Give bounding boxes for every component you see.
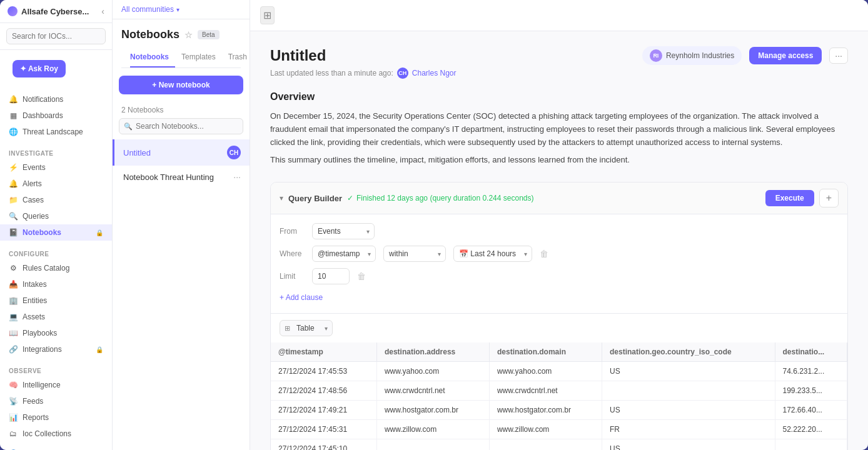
sidebar-item-feeds[interactable]: 📡 Feeds	[0, 393, 112, 409]
notebook-item-dots-icon: ···	[233, 172, 241, 182]
notebook-list: Untitled CH Notebook Threat Hunting ···	[113, 139, 250, 450]
sidebar-item-label: Notebooks	[23, 228, 61, 237]
sidebar-item-assets[interactable]: 💻 Assets	[0, 309, 112, 325]
query-header-left: ▾ Query Builder ✓ Finished 12 days ago (…	[280, 194, 533, 203]
query-header-right: Execute +	[765, 189, 839, 208]
tab-trash[interactable]: Trash	[228, 48, 253, 68]
table-row: 27/12/2024 17:48:56 www.crwdcntrl.net ww…	[271, 381, 847, 401]
where-time-select[interactable]: 📅 Last 24 hours	[453, 246, 532, 262]
integrations-icon: 🔗	[9, 345, 18, 354]
ask-roy-button[interactable]: ✦ Ask Roy	[13, 60, 66, 78]
bell-icon: 🔔	[9, 95, 18, 104]
events-icon: ⚡	[9, 163, 18, 172]
sidebar-item-notebooks[interactable]: 📓 Notebooks 🔒	[0, 224, 112, 241]
notebook-top-row: Untitled RI Reynholm Industries Manage a…	[270, 46, 848, 65]
entities-icon: 🏢	[9, 296, 18, 305]
sidebar-item-label: Cases	[23, 196, 44, 204]
sidebar-item-charles-ngor[interactable]: 👤 Charles Ngor	[0, 446, 112, 450]
sidebar-section-main: 🔔 Notifications ▦ Dashboards 🌐 Threat La…	[0, 88, 112, 144]
results-table: @timestamp destination.address destinati…	[271, 342, 847, 450]
dashboards-icon: ▦	[9, 111, 18, 120]
configure-section-label: Configure	[0, 248, 112, 260]
sidebar-section-observe: Observe 🧠 Intelligence 📡 Feeds 📊 Reports…	[0, 361, 112, 446]
notebook-title: Untitled	[270, 47, 326, 64]
beta-badge: Beta	[198, 30, 220, 39]
sidebar-item-intakes[interactable]: 📥 Intakes	[0, 276, 112, 292]
overview-title: Overview	[270, 91, 848, 102]
sidebar-item-label: Notifications	[23, 95, 63, 104]
sidebar-item-label: Alerts	[23, 179, 42, 188]
sidebar-item-events[interactable]: ⚡ Events	[0, 159, 112, 176]
results-table-container: @timestamp destination.address destinati…	[271, 342, 847, 450]
meta-text: Last updated less than a minute ago:	[270, 69, 393, 78]
notebooks-count: 2 Notebooks	[113, 102, 250, 118]
limit-delete-button[interactable]: 🗑	[357, 271, 366, 281]
sidebar-item-queries[interactable]: 🔍 Queries	[0, 208, 112, 224]
sidebar-collapse-btn[interactable]: ‹	[101, 6, 104, 16]
new-notebook-button[interactable]: + New notebook	[119, 76, 243, 94]
sidebar-item-intelligence[interactable]: 🧠 Intelligence	[0, 377, 112, 393]
col-timestamp: @timestamp	[271, 342, 376, 362]
notebooks-search-input[interactable]	[119, 118, 243, 134]
assets-icon: 💻	[9, 312, 18, 321]
notebook-meta: Last updated less than a minute ago: CH …	[270, 68, 848, 79]
queries-icon: 🔍	[9, 212, 18, 221]
notebooks-tabs: Notebooks Templates Trash	[121, 48, 241, 68]
sidebar-item-label: Intakes	[23, 280, 47, 289]
sidebar-item-dashboards[interactable]: ▦ Dashboards	[0, 108, 112, 124]
add-block-button[interactable]: +	[819, 189, 839, 208]
tab-templates[interactable]: Templates	[181, 48, 222, 68]
community-name: All communities	[121, 5, 174, 14]
table-icon: ⊞	[285, 324, 290, 332]
playbooks-icon: 📖	[9, 329, 18, 338]
sidebar-item-label: Threat Landscape	[23, 128, 83, 136]
manage-access-button[interactable]: Manage access	[749, 47, 822, 64]
sidebar-item-threat-landscape[interactable]: 🌐 Threat Landscape	[0, 124, 112, 140]
star-icon[interactable]: ☆	[184, 30, 193, 40]
cell-destination-domain: www.hostgator.com.br	[489, 401, 602, 420]
table-row: 27/12/2024 17:45:10 US	[271, 439, 847, 450]
notebook-top-right: RI Reynholm Industries Manage access ···	[642, 46, 848, 65]
cell-destination-geo: US	[602, 439, 775, 450]
sidebar-item-integrations[interactable]: 🔗 Integrations 🔒	[0, 341, 112, 358]
cell-destination-domain	[489, 439, 602, 450]
query-collapse-icon[interactable]: ▾	[280, 194, 283, 202]
where-time-wrap: 📅 Last 24 hours	[453, 246, 532, 262]
where-field-select[interactable]: @timestamp	[312, 246, 376, 262]
sidebar-item-label: Integrations	[23, 345, 62, 354]
table-selector: ⊞ Table ▾	[271, 313, 847, 342]
sidebar-item-notifications[interactable]: 🔔 Notifications	[0, 91, 112, 108]
sidebar-item-ioc-collections[interactable]: 🗂 Ioc Collections	[0, 426, 112, 442]
reports-icon: 📊	[9, 413, 18, 422]
sidebar-item-reports[interactable]: 📊 Reports	[0, 409, 112, 426]
sidebar-item-alerts[interactable]: 🔔 Alerts	[0, 176, 112, 192]
community-bar[interactable]: All communities ▾	[113, 0, 250, 19]
grid-view-button[interactable]: ⊞	[260, 6, 275, 24]
sidebar-item-entities[interactable]: 🏢 Entities	[0, 292, 112, 309]
sidebar-item-cases[interactable]: 📁 Cases	[0, 192, 112, 208]
sidebar-item-label: Reports	[23, 413, 49, 422]
where-delete-button[interactable]: 🗑	[540, 249, 548, 259]
notebook-item-untitled[interactable]: Untitled CH	[113, 139, 250, 166]
add-clause-button[interactable]: + Add clause	[280, 291, 323, 304]
from-select[interactable]: Events	[312, 223, 375, 239]
query-block: ▾ Query Builder ✓ Finished 12 days ago (…	[270, 182, 848, 450]
search-input[interactable]	[6, 28, 106, 44]
limit-input[interactable]	[312, 268, 350, 284]
notebook-item-threat-hunting[interactable]: Notebook Threat Hunting ···	[113, 166, 250, 188]
sidebar-item-rules-catalog[interactable]: ⚙ Rules Catalog	[0, 260, 112, 276]
where-label: Where	[280, 249, 305, 258]
tab-notebooks[interactable]: Notebooks	[130, 48, 175, 68]
cell-destination-domain: www.yahoo.com	[489, 362, 602, 381]
execute-button[interactable]: Execute	[765, 190, 814, 206]
cell-timestamp: 27/12/2024 17:45:10	[271, 439, 376, 450]
sidebar-item-playbooks[interactable]: 📖 Playbooks	[0, 325, 112, 341]
sidebar-item-label: Playbooks	[23, 329, 57, 338]
where-operator-select[interactable]: within	[383, 246, 446, 262]
more-options-button[interactable]: ···	[829, 48, 848, 64]
sidebar-item-label: Dashboards	[23, 111, 63, 120]
cell-destination-geo: US	[602, 401, 775, 420]
col-destination-address: destination.address	[376, 342, 489, 362]
notebook-item-name: Untitled	[123, 148, 151, 158]
sidebar-item-label: Feeds	[23, 397, 43, 406]
